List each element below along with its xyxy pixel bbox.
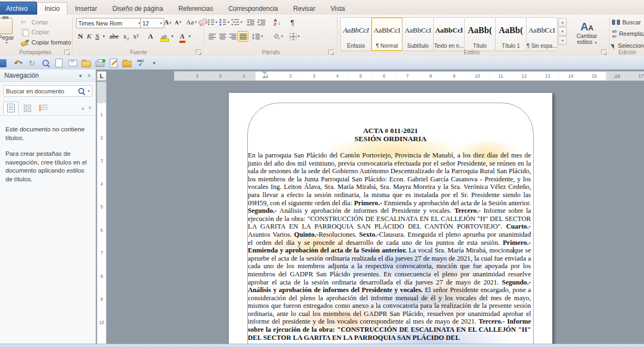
attachment-icon[interactable]	[68, 59, 77, 68]
previous-heading-icon[interactable]: ▲	[80, 105, 85, 111]
ruler-number: 15	[583, 72, 606, 80]
document-text[interactable]: En la parroquia San Plácido del Cantón P…	[248, 151, 531, 341]
style-subtitulo[interactable]: AaBbCcI Subtítulo	[402, 17, 434, 51]
tab-insertar[interactable]: Insertar	[67, 2, 105, 15]
styles-gallery-up-icon[interactable]: ▴	[558, 18, 567, 27]
grow-font-button[interactable]: A▲	[163, 17, 173, 27]
numbering-icon	[220, 19, 226, 26]
search-icon[interactable]	[78, 88, 84, 94]
navigation-pane-title: Navegación	[4, 72, 76, 79]
browse-results-tab[interactable]	[36, 102, 51, 115]
align-left-button[interactable]	[207, 31, 217, 42]
tab-diseno-de-pagina[interactable]: Diseño de página	[105, 2, 171, 15]
styles-dialog-launcher-icon[interactable]	[601, 49, 607, 55]
change-styles-button[interactable]: AA Cambiarestilos ▾	[570, 17, 604, 50]
open-folder-icon[interactable]	[82, 59, 91, 68]
font-color-dropdown-icon[interactable]: ▾	[187, 31, 192, 41]
edit-document-icon[interactable]	[109, 59, 118, 68]
justify-button[interactable]	[237, 31, 248, 42]
style-enfasis[interactable]: AaBbCcI Énfasis	[340, 17, 372, 51]
undo-icon[interactable]: ↶▾	[14, 59, 23, 68]
style-normal[interactable]: AaBbCcI ¶ Normal	[371, 17, 403, 51]
format-painter-button[interactable]: Copiar formato	[21, 38, 71, 47]
tab-archivo[interactable]: Archivo	[0, 2, 37, 15]
next-heading-icon[interactable]: ▼	[87, 105, 92, 111]
highlight-dropdown-icon[interactable]: ▾	[170, 31, 175, 41]
tab-correspondencia[interactable]: Correspondencia	[221, 2, 285, 15]
right-indent-marker[interactable]	[613, 75, 618, 78]
font-size-combobox[interactable]: 12▾	[140, 18, 164, 28]
tab-referencias[interactable]: Referencias	[171, 2, 221, 15]
navpane-options-chevron-icon[interactable]: ▾	[76, 73, 85, 79]
style-titulo-1[interactable]: AaBb( Título 1	[495, 17, 527, 51]
navpane-close-icon[interactable]: ×	[85, 73, 93, 79]
multilevel-list-button[interactable]: ▾	[232, 17, 242, 27]
line-spacing-button[interactable]: ▾	[250, 31, 265, 42]
cut-button[interactable]: Cortar	[21, 18, 48, 27]
save-icon[interactable]	[0, 59, 9, 68]
show-hide-pilcrow-button[interactable]: ¶	[288, 17, 297, 27]
style-sin-espaciado[interactable]: AaBbCcI ¶ Sin espa...	[526, 17, 558, 51]
customize-toolbar-icon[interactable]: ▾	[149, 59, 159, 68]
font-color-button[interactable]: A	[177, 31, 187, 41]
align-right-button[interactable]	[227, 31, 238, 42]
superscript-button[interactable]: x²	[132, 31, 140, 41]
text-highlight-button[interactable]: ab	[159, 31, 170, 41]
tab-revisar[interactable]: Revisar	[286, 2, 323, 15]
search-dropdown-icon[interactable]: ▾	[87, 89, 90, 93]
decrease-indent-button[interactable]	[246, 17, 255, 27]
styles-gallery-more-icon[interactable]: ▾	[558, 36, 567, 45]
shrink-font-button[interactable]: A▼	[174, 17, 183, 27]
strikethrough-button[interactable]: abe	[108, 31, 121, 41]
text-run: Enmienda y aprobación del acta de la Ses…	[382, 199, 531, 207]
clipboard-dialog-launcher-icon[interactable]	[64, 49, 70, 55]
font-name-combobox[interactable]: Times New Rom▾	[76, 18, 142, 28]
paste-button[interactable]: Pegar ▾	[0, 17, 17, 53]
tab-vista[interactable]: Vista	[323, 2, 352, 15]
redo-icon[interactable]: ↻	[27, 59, 36, 68]
subscript-button[interactable]: x₂	[122, 31, 130, 41]
print-preview-icon[interactable]	[41, 59, 50, 68]
browse-pages-tab[interactable]	[20, 102, 35, 115]
font-dialog-launcher-icon[interactable]	[196, 49, 201, 55]
styles-group-label: Estilos	[338, 49, 605, 55]
ruler-number: 2	[209, 72, 232, 80]
first-line-indent-marker[interactable]	[262, 71, 267, 74]
ruler-number: 7	[396, 72, 419, 80]
underline-button[interactable]: S	[93, 31, 101, 41]
left-indent-marker[interactable]	[262, 75, 267, 78]
search-input[interactable]: Buscar en documento ▾	[3, 85, 92, 97]
paragraph-dialog-launcher-icon[interactable]	[328, 49, 334, 55]
paste-dropdown-icon[interactable]: ▾	[5, 41, 8, 45]
document-page[interactable]: ACTA # 011-2021 SESIÓN ORDINARIA En la p…	[228, 92, 553, 344]
folder-icon[interactable]	[122, 59, 132, 68]
horizontal-ruler[interactable]: 321 123456789101112131415 1617	[174, 71, 644, 81]
style-titulo[interactable]: AaBb( Título	[464, 17, 496, 51]
copy-button[interactable]: Copiar	[21, 28, 49, 36]
bullets-button[interactable]: ▾	[208, 17, 217, 27]
new-document-icon[interactable]	[54, 59, 64, 68]
tab-stop-selector[interactable]: L	[97, 71, 107, 81]
browse-headings-tab[interactable]	[3, 102, 18, 115]
italic-button[interactable]: K	[85, 31, 93, 41]
clear-formatting-button[interactable]	[198, 17, 208, 27]
increase-indent-button[interactable]	[257, 17, 266, 27]
bold-button[interactable]: N	[76, 31, 85, 41]
style-texto-en-negrita[interactable]: AaBbCcl Texto en n...	[433, 17, 465, 51]
underline-dropdown-icon[interactable]: ▾	[101, 31, 107, 41]
vertical-ruler[interactable]: 1234567891011	[97, 81, 107, 344]
numbering-button[interactable]: ▾	[220, 17, 229, 27]
shading-button[interactable]: ▾	[270, 31, 285, 42]
text-effects-button[interactable]: A	[146, 31, 155, 41]
borders-button[interactable]: ▾	[286, 31, 303, 42]
align-center-button[interactable]	[217, 31, 228, 42]
replace-button[interactable]: abac Reemplazar	[612, 29, 644, 39]
ruler-number: 4	[326, 72, 349, 80]
change-case-button[interactable]: Aa▾	[185, 17, 198, 27]
find-button[interactable]: Buscar	[612, 17, 641, 27]
quick-print-icon[interactable]	[95, 59, 104, 68]
spelling-grammar-icon[interactable]: ABC✓	[136, 59, 145, 68]
tab-inicio[interactable]: Inicio	[37, 2, 67, 15]
styles-gallery-down-icon[interactable]: ▾	[558, 27, 567, 36]
sort-button[interactable]: AZ↓	[271, 17, 284, 27]
